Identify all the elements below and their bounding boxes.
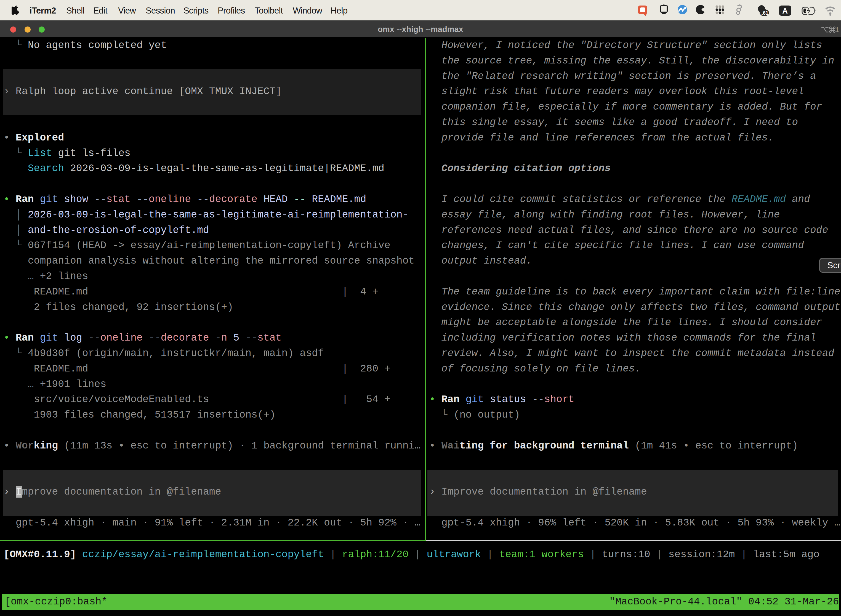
svg-text:..61: ..61 [760,10,768,16]
svg-text:1: 1 [835,26,839,34]
svg-text:A: A [782,7,788,15]
